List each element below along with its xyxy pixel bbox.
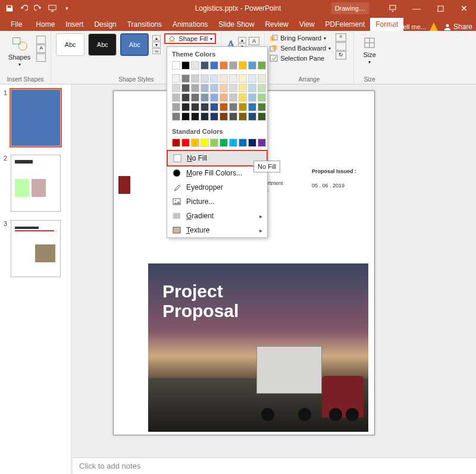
color-swatch[interactable] xyxy=(239,139,247,147)
color-swatch[interactable] xyxy=(220,93,228,102)
color-swatch[interactable] xyxy=(248,139,256,147)
color-swatch[interactable] xyxy=(258,93,266,102)
tab-file[interactable]: File xyxy=(2,18,30,31)
tell-me[interactable]: Tell me... xyxy=(389,23,438,31)
color-swatch[interactable] xyxy=(248,74,256,83)
share-button[interactable]: Share xyxy=(444,23,472,31)
color-swatch[interactable] xyxy=(191,74,199,83)
color-swatch[interactable] xyxy=(258,74,266,83)
send-backward-button[interactable]: Send Backward▾ xyxy=(270,43,331,53)
color-swatch[interactable] xyxy=(210,93,218,102)
color-swatch[interactable] xyxy=(210,74,218,83)
color-swatch[interactable] xyxy=(181,74,190,83)
more-colors-item[interactable]: More Fill Colors... xyxy=(167,166,267,180)
theme-colors-row[interactable] xyxy=(167,60,267,73)
color-swatch[interactable] xyxy=(172,93,180,102)
eyedropper-item[interactable]: Eyedropper xyxy=(167,180,267,194)
color-swatch[interactable] xyxy=(191,61,199,70)
redo-icon[interactable] xyxy=(32,2,44,14)
color-swatch[interactable] xyxy=(201,93,209,102)
color-swatch[interactable] xyxy=(201,103,209,111)
color-swatch[interactable] xyxy=(258,112,266,121)
tab-insert[interactable]: Insert xyxy=(60,18,89,31)
color-swatch[interactable] xyxy=(239,61,247,70)
color-swatch[interactable] xyxy=(191,84,199,92)
color-swatch[interactable] xyxy=(181,61,190,70)
color-swatch[interactable] xyxy=(210,112,218,121)
color-swatch[interactable] xyxy=(220,103,228,111)
theme-colors-variants[interactable] xyxy=(167,73,267,124)
style-swatch-2[interactable]: Abc xyxy=(88,33,117,56)
color-swatch[interactable] xyxy=(210,139,218,147)
color-swatch[interactable] xyxy=(239,74,247,83)
style-swatch-1[interactable]: Abc xyxy=(56,33,84,56)
tab-home[interactable]: Home xyxy=(30,18,60,31)
color-swatch[interactable] xyxy=(172,84,180,92)
color-swatch[interactable] xyxy=(172,74,180,83)
color-swatch[interactable] xyxy=(220,139,228,147)
color-swatch[interactable] xyxy=(220,74,228,83)
color-swatch[interactable] xyxy=(258,61,266,70)
color-swatch[interactable] xyxy=(220,61,228,70)
shape-fill-button[interactable]: Shape Fill ▾ xyxy=(164,33,216,44)
color-swatch[interactable] xyxy=(220,112,228,121)
color-swatch[interactable] xyxy=(220,84,228,92)
qat-more-icon[interactable]: ▾ xyxy=(61,2,73,14)
color-swatch[interactable] xyxy=(258,103,266,111)
color-swatch[interactable] xyxy=(239,93,247,102)
slide-thumbnails-pane[interactable]: 1 2 3 xyxy=(0,84,71,474)
texture-item[interactable]: Texture ▸ xyxy=(167,223,267,237)
color-swatch[interactable] xyxy=(248,93,256,102)
minimize-button[interactable]: — xyxy=(405,0,428,17)
text-box-icon[interactable]: A xyxy=(36,45,46,53)
color-swatch[interactable] xyxy=(248,84,256,92)
notes-pane[interactable]: Click to add notes xyxy=(73,457,476,474)
save-icon[interactable] xyxy=(4,2,15,14)
slide-thumbnail-2[interactable] xyxy=(11,155,61,212)
ribbon-options-icon[interactable] xyxy=(381,0,405,17)
standard-colors-row[interactable] xyxy=(167,137,267,150)
color-swatch[interactable] xyxy=(201,84,209,92)
color-swatch[interactable] xyxy=(172,61,180,70)
color-swatch[interactable] xyxy=(191,112,199,121)
slide-thumbnail-1[interactable] xyxy=(11,89,61,146)
color-swatch[interactable] xyxy=(181,93,190,102)
tab-design[interactable]: Design xyxy=(89,18,121,31)
color-swatch[interactable] xyxy=(181,84,190,92)
color-swatch[interactable] xyxy=(210,84,218,92)
color-swatch[interactable] xyxy=(239,84,247,92)
style-swatch-3[interactable]: Abc xyxy=(120,33,149,56)
color-swatch[interactable] xyxy=(181,112,190,121)
color-swatch[interactable] xyxy=(239,103,247,111)
tab-review[interactable]: Review xyxy=(259,18,293,31)
rotate-icon[interactable]: ↻ xyxy=(336,51,346,59)
selection-pane-button[interactable]: Selection Pane xyxy=(270,54,331,63)
color-swatch[interactable] xyxy=(239,112,247,121)
close-button[interactable]: ✕ xyxy=(452,0,476,17)
color-swatch[interactable] xyxy=(191,139,199,147)
color-swatch[interactable] xyxy=(172,112,180,121)
gradient-item[interactable]: Gradient ▸ xyxy=(167,209,267,223)
color-swatch[interactable] xyxy=(201,61,209,70)
picture-item[interactable]: Picture... xyxy=(167,194,267,209)
color-swatch[interactable] xyxy=(258,139,266,147)
start-slideshow-icon[interactable] xyxy=(46,2,58,14)
color-swatch[interactable] xyxy=(248,61,256,70)
color-swatch[interactable] xyxy=(172,103,180,111)
align-icon[interactable]: ≡ xyxy=(336,33,346,42)
color-swatch[interactable] xyxy=(229,84,237,92)
slide-thumbnail-3[interactable] xyxy=(11,220,61,277)
no-fill-item[interactable]: No Fill xyxy=(167,150,268,167)
undo-icon[interactable] xyxy=(18,2,30,14)
maximize-button[interactable] xyxy=(428,0,452,17)
color-swatch[interactable] xyxy=(181,103,190,111)
color-swatch[interactable] xyxy=(210,103,218,111)
color-swatch[interactable] xyxy=(229,93,237,102)
color-swatch[interactable] xyxy=(201,139,209,147)
shape-style-gallery[interactable]: Abc Abc Abc ▴▾═ xyxy=(56,33,161,56)
shapes-gallery-button[interactable]: Shapes ▾ xyxy=(5,33,34,70)
color-swatch[interactable] xyxy=(201,112,209,121)
bring-forward-button[interactable]: Bring Forward▾ xyxy=(270,33,331,43)
selected-shape[interactable] xyxy=(118,176,130,194)
color-swatch[interactable] xyxy=(229,112,237,121)
